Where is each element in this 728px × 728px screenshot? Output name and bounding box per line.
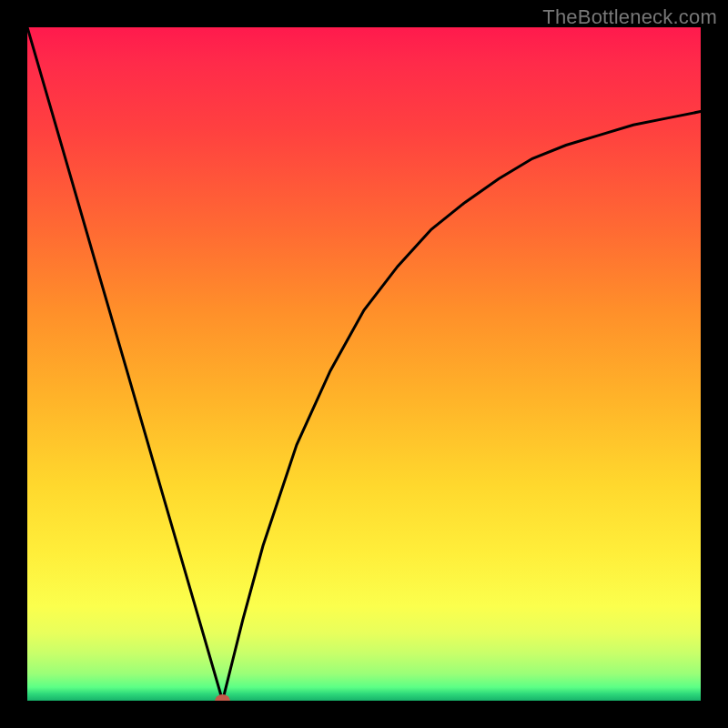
curve-path [27,27,701,701]
watermark-text: TheBottleneck.com [542,5,717,29]
plot-area [27,27,701,701]
bottleneck-curve [27,27,701,701]
